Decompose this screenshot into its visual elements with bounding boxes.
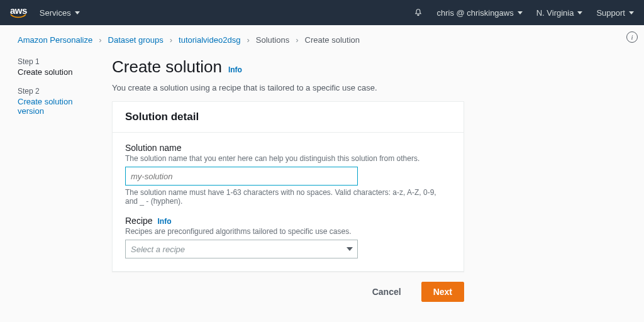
info-panel-toggle[interactable]: i: [626, 31, 638, 43]
wizard-actions: Cancel Next: [112, 282, 464, 302]
field-label: Recipe Info: [125, 216, 451, 226]
breadcrumb-item: Solutions: [256, 35, 289, 45]
caret-down-icon: [577, 11, 582, 14]
field-description: The solution name that you enter here ca…: [125, 154, 451, 163]
services-menu[interactable]: Services: [40, 8, 80, 18]
chevron-right-icon: ›: [170, 35, 172, 45]
next-button[interactable]: Next: [421, 282, 464, 302]
wizard-step-number: Step 2: [18, 87, 93, 96]
recipe-field: Recipe Info Recipes are preconfigured al…: [125, 216, 451, 258]
title-info-link[interactable]: Info: [228, 65, 242, 74]
caret-down-icon: [347, 247, 353, 251]
wizard-step[interactable]: Step 2 Create solution version: [18, 87, 93, 116]
select-placeholder: Select a recipe: [131, 245, 185, 254]
chevron-right-icon: ›: [296, 35, 298, 45]
caret-down-icon: [75, 11, 80, 14]
wizard-side-nav: Step 1 Create solution Step 2 Create sol…: [18, 57, 93, 302]
field-constraint: The solution name must have 1-63 charact…: [125, 188, 451, 206]
page-subtitle: You create a solution using a recipe tha…: [112, 83, 464, 92]
global-top-nav: aws Services chris @ chriskingaws N. Vir…: [0, 0, 644, 25]
chevron-right-icon: ›: [99, 35, 101, 45]
notifications-button[interactable]: [414, 8, 423, 17]
recipe-select[interactable]: Select a recipe: [125, 240, 358, 258]
breadcrumb-item[interactable]: Dataset groups: [108, 35, 164, 45]
account-label: chris @ chriskingaws: [436, 8, 513, 18]
field-description: Recipes are preconfigured algorithms tai…: [125, 227, 451, 236]
aws-logo-smile-icon: [10, 14, 26, 20]
cancel-button[interactable]: Cancel: [361, 282, 413, 302]
recipe-info-link[interactable]: Info: [157, 217, 171, 226]
caret-down-icon: [518, 11, 523, 14]
solution-name-input[interactable]: [125, 167, 358, 186]
solution-detail-panel: Solution detail Solution name The soluti…: [112, 101, 464, 272]
panel-header: Solution detail: [113, 102, 464, 133]
wizard-step-number: Step 1: [18, 57, 93, 66]
wizard-step[interactable]: Step 1 Create solution: [18, 57, 93, 77]
wizard-step-name: Create solution: [18, 67, 93, 77]
chevron-right-icon: ›: [247, 35, 249, 45]
info-icon: i: [631, 33, 633, 41]
aws-logo[interactable]: aws: [10, 6, 27, 20]
region-menu[interactable]: N. Virginia: [536, 8, 583, 18]
wizard-step-name: Create solution version: [18, 97, 93, 116]
breadcrumb-item[interactable]: tutorialvideo2dsg: [179, 35, 240, 45]
bell-icon: [414, 8, 423, 17]
support-menu[interactable]: Support: [596, 8, 634, 18]
region-label: N. Virginia: [536, 8, 574, 18]
breadcrumb-item[interactable]: Amazon Personalize: [18, 35, 92, 45]
breadcrumb-item: Create solution: [305, 35, 360, 45]
page-title: Create solution: [112, 57, 222, 77]
support-label: Support: [596, 8, 625, 18]
account-menu[interactable]: chris @ chriskingaws: [436, 8, 522, 18]
field-label: Solution name: [125, 143, 451, 153]
solution-name-field: Solution name The solution name that you…: [125, 143, 451, 206]
breadcrumb: Amazon Personalize › Dataset groups › tu…: [0, 25, 644, 45]
caret-down-icon: [629, 11, 634, 14]
services-label: Services: [40, 8, 71, 18]
